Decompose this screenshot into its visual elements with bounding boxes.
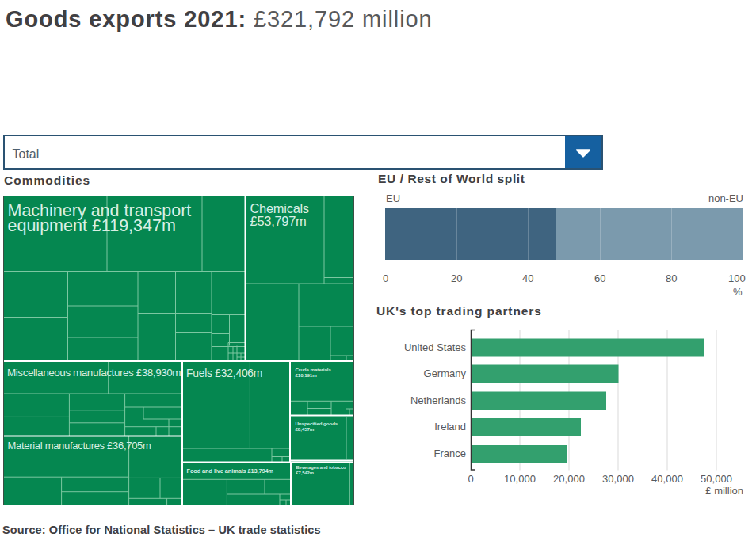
svg-text:Crude materials: Crude materials [296, 367, 332, 372]
svg-text:Germany: Germany [424, 368, 467, 379]
svg-text:Netherlands: Netherlands [410, 394, 467, 406]
svg-text:Beverages and tobacco: Beverages and tobacco [296, 465, 347, 470]
svg-text:France: France [434, 448, 466, 459]
svg-text:Ireland: Ireland [434, 421, 466, 432]
svg-text:equipment £119,347m: equipment £119,347m [8, 216, 176, 235]
svg-text:£53,797m: £53,797m [250, 214, 307, 228]
svg-text:0: 0 [468, 473, 473, 485]
svg-text:10,000: 10,000 [504, 473, 536, 485]
svg-text:40,000: 40,000 [651, 473, 683, 485]
svg-text:Food and live animals £13,794m: Food and live animals £13,794m [187, 467, 274, 474]
svg-text:30,000: 30,000 [602, 473, 634, 485]
svg-text:50,000: 50,000 [701, 473, 732, 485]
svg-text:£7,542m: £7,542m [296, 471, 314, 475]
svg-text:Material manufactures £36,705m: Material manufactures £36,705m [8, 440, 151, 451]
svg-text:Unspecified goods: Unspecified goods [296, 421, 338, 426]
svg-text:£10,191m: £10,191m [296, 372, 318, 378]
svg-text:£8,457m: £8,457m [296, 426, 315, 432]
svg-text:Miscellaneous manufactures £38: Miscellaneous manufactures £38,930m [7, 367, 181, 379]
svg-text:£ million: £ million [705, 485, 743, 497]
svg-text:20,000: 20,000 [553, 473, 585, 485]
svg-text:Fuels £32,406m: Fuels £32,406m [186, 368, 262, 379]
svg-text:United States: United States [404, 341, 467, 353]
